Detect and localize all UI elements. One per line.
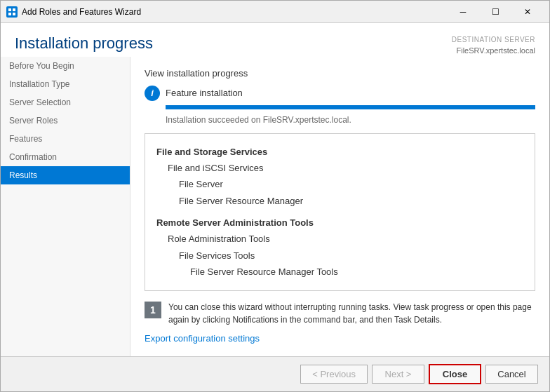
results-line-7: File Server Resource Manager Tools (156, 264, 523, 280)
minimize-button[interactable]: ─ (447, 1, 479, 23)
cancel-button[interactable]: Cancel (485, 365, 538, 384)
window-title: Add Roles and Features Wizard (22, 7, 141, 17)
main-content: View installation progress i Feature ins… (130, 57, 549, 357)
results-box: File and Storage Services File and iSCSI… (145, 133, 535, 291)
sidebar-item-features[interactable]: Features (1, 130, 130, 148)
results-line-1: File and iSCSI Services (156, 160, 523, 176)
notice-text: You can close this wizard without interr… (168, 301, 535, 326)
export-link[interactable]: Export configuration settings (145, 333, 260, 344)
footer: < Previous Next > Close Cancel (1, 356, 549, 391)
page-header: Installation progress DESTINATION SERVER… (1, 23, 549, 57)
title-bar: Add Roles and Features Wizard ─ ☐ ✕ (1, 1, 549, 23)
destination-label: DESTINATION SERVER (452, 34, 535, 45)
view-progress-label: View installation progress (145, 68, 535, 79)
app-icon (6, 6, 18, 18)
feature-installation-row: i Feature installation (145, 86, 535, 101)
sidebar-item-before-you-begin[interactable]: Before You Begin (1, 57, 130, 75)
info-icon: i (145, 86, 160, 101)
window-controls: ─ ☐ ✕ (447, 1, 544, 23)
progress-bar-container (166, 105, 535, 109)
sidebar-item-results[interactable]: Results (1, 166, 130, 184)
progress-bar-fill (166, 105, 535, 109)
feature-installation-label: Feature installation (166, 88, 243, 98)
results-line-5: Role Administration Tools (156, 231, 523, 247)
window: Add Roles and Features Wizard ─ ☐ ✕ Inst… (0, 0, 550, 392)
previous-button[interactable]: < Previous (300, 365, 368, 384)
svg-rect-3 (13, 13, 15, 15)
destination-server-info: DESTINATION SERVER FileSRV.xpertstec.loc… (452, 34, 535, 57)
next-button[interactable]: Next > (372, 365, 424, 384)
page-title: Installation progress (15, 34, 153, 53)
results-line-0: File and Storage Services (156, 144, 523, 160)
svg-rect-1 (13, 8, 15, 11)
svg-rect-0 (8, 8, 11, 11)
results-line-2: File Server (156, 176, 523, 192)
sidebar-item-server-roles[interactable]: Server Roles (1, 111, 130, 130)
sidebar-item-server-selection[interactable]: Server Selection (1, 93, 130, 111)
svg-rect-2 (8, 13, 11, 15)
main-layout: Before You Begin Installation Type Serve… (1, 57, 549, 357)
maximize-button[interactable]: ☐ (479, 1, 511, 23)
window-close-button[interactable]: ✕ (511, 1, 544, 23)
results-line-4: Remote Server Administration Tools (156, 215, 523, 231)
destination-server-value: FileSRV.xpertstec.local (452, 45, 535, 57)
sidebar-item-installation-type[interactable]: Installation Type (1, 75, 130, 93)
title-bar-left: Add Roles and Features Wizard (6, 6, 141, 18)
notice-icon: 1 (145, 302, 161, 318)
results-line-3: File Server Resource Manager (156, 193, 523, 209)
success-text: Installation succeeded on FileSRV.xperts… (166, 115, 535, 125)
close-button[interactable]: Close (429, 364, 481, 384)
notice-row: 1 You can close this wizard without inte… (145, 301, 535, 326)
full-layout: Installation progress DESTINATION SERVER… (1, 23, 549, 391)
results-line-6: File Services Tools (156, 248, 523, 264)
sidebar: Before You Begin Installation Type Serve… (1, 57, 130, 357)
sidebar-item-confirmation[interactable]: Confirmation (1, 148, 130, 166)
